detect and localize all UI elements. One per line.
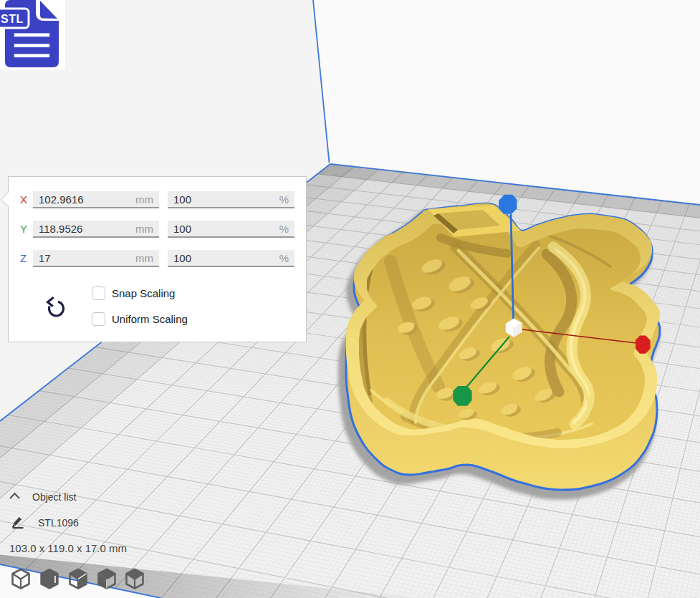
svg-text:STL: STL — [1, 13, 24, 25]
